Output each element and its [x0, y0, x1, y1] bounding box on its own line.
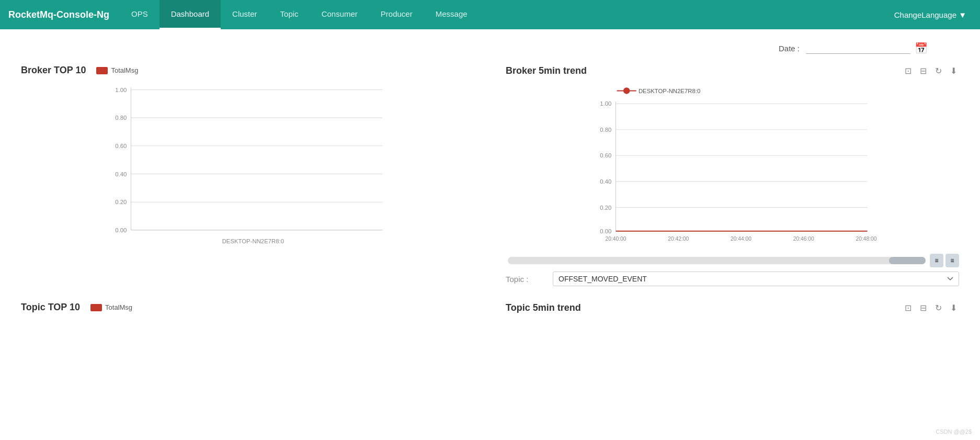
broker-trend-svg: DESKTOP-NN2E7R8:0 1.00 0.80 0.60 0.40 0.… [506, 83, 959, 251]
change-language-button[interactable]: ChangeLanguage ▼ [889, 0, 972, 29]
svg-text:20:42:00: 20:42:00 [668, 236, 689, 242]
scroll-left-btn[interactable]: ≡ [930, 254, 943, 267]
nav-brand: RocketMq-Console-Ng [8, 0, 120, 29]
svg-text:0.20: 0.20 [600, 205, 611, 211]
date-input[interactable] [806, 43, 910, 54]
nav-items: OPS Dashboard Cluster Topic Consumer Pro… [120, 0, 889, 29]
watermark: CSDN @@2$ [936, 428, 972, 435]
svg-text:0.80: 0.80 [600, 127, 611, 133]
main-content: Date : 📅 Broker TOP 10 TotalMsg 1.00 0.8… [0, 29, 980, 440]
topic-label: Topic : [506, 275, 542, 284]
svg-text:0.60: 0.60 [115, 143, 127, 149]
nav-item-topic[interactable]: Topic [269, 0, 310, 29]
svg-text:0.80: 0.80 [115, 115, 127, 121]
topic-trend-refresh-btn[interactable]: ↻ [933, 302, 944, 314]
broker-trend-panel: Broker 5min trend ⊡ ⊟ ↻ ⬇ DESKTOP-NN2E7R… [506, 65, 959, 286]
svg-text:0.60: 0.60 [600, 152, 611, 159]
svg-text:20:48:00: 20:48:00 [856, 236, 876, 242]
broker-trend-chart: DESKTOP-NN2E7R8:0 1.00 0.80 0.60 0.40 0.… [506, 83, 959, 251]
topic-trend-panel: Topic 5min trend ⊡ ⊟ ↻ ⬇ [506, 302, 959, 320]
topic-top10-legend: TotalMsg [90, 303, 132, 311]
broker-trend-title: Broker 5min trend [506, 65, 903, 76]
broker-trend-expand2-btn[interactable]: ⊟ [918, 65, 929, 77]
topic-top10-header: Topic TOP 10 TotalMsg [21, 302, 474, 313]
topic-top10-title: Topic TOP 10 [21, 302, 80, 313]
broker-top10-legend-color [96, 67, 108, 74]
broker-top10-legend: TotalMsg [96, 66, 138, 74]
svg-text:0.40: 0.40 [600, 178, 611, 185]
svg-text:0.00: 0.00 [115, 227, 127, 233]
broker-top10-panel: Broker TOP 10 TotalMsg 1.00 0.80 0.60 0.… [21, 65, 474, 286]
topic-top10-legend-label: TotalMsg [105, 303, 132, 311]
date-label: Date : [779, 44, 800, 53]
broker-top10-header: Broker TOP 10 TotalMsg [21, 65, 474, 76]
broker-top10-legend-label: TotalMsg [111, 66, 138, 74]
svg-text:20:46:00: 20:46:00 [793, 236, 814, 242]
scroll-track [508, 257, 926, 264]
topic-trend-expand1-btn[interactable]: ⊡ [903, 302, 914, 314]
nav-item-message[interactable]: Message [424, 0, 479, 29]
nav-item-consumer[interactable]: Consumer [310, 0, 369, 29]
topic-trend-icons: ⊡ ⊟ ↻ ⬇ [903, 302, 959, 314]
nav-item-dashboard[interactable]: Dashboard [159, 0, 221, 29]
broker-top10-title: Broker TOP 10 [21, 65, 86, 76]
svg-text:0.20: 0.20 [115, 199, 127, 205]
topic-select[interactable]: OFFSET_MOVED_EVENT [553, 272, 959, 286]
svg-text:0.00: 0.00 [600, 228, 611, 234]
nav-item-cluster[interactable]: Cluster [221, 0, 269, 29]
topic-top10-legend-color [90, 304, 102, 311]
nav-item-producer[interactable]: Producer [369, 0, 424, 29]
topic-trend-download-btn[interactable]: ⬇ [948, 302, 959, 314]
svg-text:1.00: 1.00 [115, 87, 127, 93]
calendar-icon[interactable]: 📅 [915, 42, 928, 54]
broker-top10-svg: 1.00 0.80 0.60 0.40 0.20 0.00 [21, 82, 474, 250]
svg-text:DESKTOP-NN2E7R8:0: DESKTOP-NN2E7R8:0 [639, 88, 700, 94]
broker-trend-refresh-btn[interactable]: ↻ [933, 65, 944, 77]
broker-trend-header: Broker 5min trend ⊡ ⊟ ↻ ⬇ [506, 65, 959, 77]
broker-trend-scrollbar: ≡ ≡ [506, 254, 959, 267]
topic-trend-title: Topic 5min trend [506, 302, 903, 313]
svg-text:20:44:00: 20:44:00 [731, 236, 751, 242]
scroll-right-btn[interactable]: ≡ [945, 254, 959, 267]
dashboard-grid: Broker TOP 10 TotalMsg 1.00 0.80 0.60 0.… [21, 65, 959, 320]
scroll-thumb [889, 257, 926, 264]
svg-text:20:40:00: 20:40:00 [605, 236, 626, 242]
topic-trend-expand2-btn[interactable]: ⊟ [918, 302, 929, 314]
topic-row: Topic : OFFSET_MOVED_EVENT [506, 272, 959, 286]
topic-top10-panel: Topic TOP 10 TotalMsg [21, 302, 474, 320]
topic-trend-header: Topic 5min trend ⊡ ⊟ ↻ ⬇ [506, 302, 959, 314]
nav-item-ops[interactable]: OPS [120, 0, 159, 29]
svg-text:1.00: 1.00 [600, 100, 611, 107]
broker-trend-download-btn[interactable]: ⬇ [948, 65, 959, 77]
broker-trend-expand1-btn[interactable]: ⊡ [903, 65, 914, 77]
svg-text:DESKTOP-NN2E7R8:0: DESKTOP-NN2E7R8:0 [222, 238, 284, 244]
broker-trend-icons: ⊡ ⊟ ↻ ⬇ [903, 65, 959, 77]
broker-top10-chart: 1.00 0.80 0.60 0.40 0.20 0.00 [21, 82, 474, 250]
date-row: Date : 📅 [21, 42, 959, 54]
svg-text:0.40: 0.40 [115, 171, 127, 177]
navbar: RocketMq-Console-Ng OPS Dashboard Cluste… [0, 0, 980, 29]
